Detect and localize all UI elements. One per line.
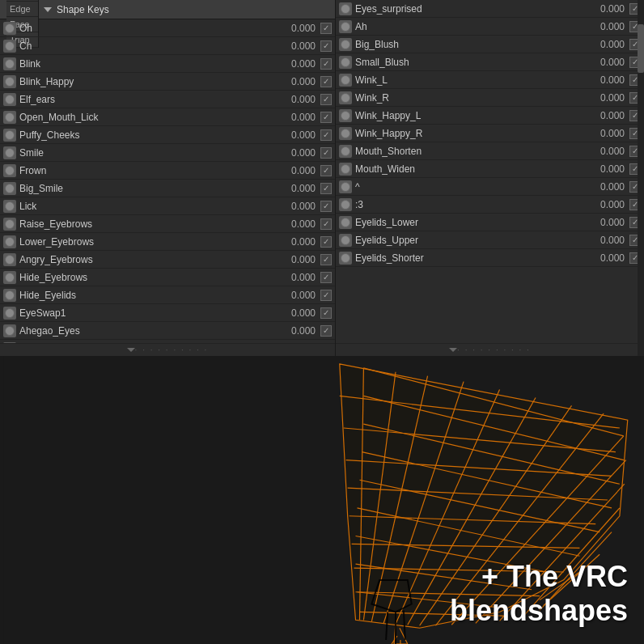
left-shape-key-row[interactable]: Ch 0.000 (0, 37, 335, 55)
key-checkbox[interactable] (320, 129, 332, 141)
left-shape-key-row[interactable]: Open_Mouth_Lick 0.000 (0, 108, 335, 126)
sidebar-label-edge[interactable]: Edge (6, 2, 38, 17)
key-value: 0.000 (275, 201, 316, 212)
key-icon (3, 342, 16, 344)
key-checkbox[interactable] (320, 76, 332, 87)
key-checkbox[interactable] (320, 94, 332, 105)
left-shape-key-row[interactable]: Angry_Eyebrows 0.000 (0, 251, 335, 269)
right-shape-key-row[interactable]: ^ 0.000 (336, 178, 644, 196)
key-checkbox[interactable] (320, 165, 332, 176)
key-checkbox[interactable] (320, 218, 332, 230)
key-checkbox[interactable] (320, 325, 332, 337)
key-checkbox[interactable] (320, 147, 332, 159)
key-name: Wink_Happy_R (355, 128, 584, 139)
left-shape-key-row[interactable]: Lick 0.000 (0, 197, 335, 215)
key-value: 0.000 (584, 110, 625, 121)
key-value: 0.000 (584, 181, 625, 193)
key-checkbox[interactable] (320, 112, 332, 123)
right-shape-key-row[interactable]: Mouth_Widen 0.000 (336, 160, 644, 178)
key-icon (339, 163, 352, 176)
key-checkbox[interactable] (320, 236, 332, 248)
right-shape-key-row[interactable]: Small_Blush 0.000 (336, 53, 644, 71)
left-shape-key-row[interactable]: Ahegao_Eyes 0.000 (0, 322, 335, 340)
key-icon (3, 271, 16, 284)
right-footer-arrow-icon[interactable] (449, 348, 457, 352)
key-icon (3, 129, 16, 142)
right-shape-key-row[interactable]: Mouth_Shorten 0.000 (336, 142, 644, 160)
left-shape-key-row[interactable]: Elf_ears 0.000 (0, 91, 335, 108)
left-shape-key-row[interactable]: Raise_Eyebrows 0.000 (0, 215, 335, 233)
key-name: Raise_Eyebrows (19, 218, 275, 230)
left-shape-key-row[interactable]: Blink 0.000 (0, 55, 335, 73)
key-value: 0.000 (584, 252, 625, 264)
key-value: 0.000 (584, 235, 625, 246)
right-shape-key-row[interactable]: Wink_Happy_R 0.000 (336, 125, 644, 142)
left-shape-key-row[interactable]: Puffy_Cheeks 0.000 (0, 126, 335, 144)
left-shape-key-row[interactable]: EyeSwap1 0.000 (0, 304, 335, 322)
key-name: :3 (355, 199, 584, 210)
key-name: ^ (355, 181, 584, 193)
key-value: 0.000 (275, 58, 316, 70)
right-shape-key-row[interactable]: Big_Blush 0.000 (336, 36, 644, 53)
left-shape-key-row[interactable]: Blink_Happy 0.000 (0, 73, 335, 91)
right-shape-key-row[interactable]: Eyelids_Upper 0.000 (336, 231, 644, 249)
key-name: EyeSwap1 (19, 307, 275, 319)
viewport-canvas[interactable]: + The VRC blendshapes (0, 356, 644, 644)
right-shape-keys-list[interactable]: Eyes_surprised 0.000 Ah 0.000 Big_Blush … (336, 0, 644, 343)
left-shape-keys-list[interactable]: Oh 0.000 Ch 0.000 Blink 0.000 Blink_Happ… (0, 19, 335, 343)
key-name: Wink_L (355, 74, 584, 86)
right-shape-key-row[interactable]: Wink_Happy_L 0.000 (336, 107, 644, 125)
key-value: 0.000 (584, 128, 625, 139)
key-checkbox[interactable] (320, 201, 332, 212)
key-value: 0.000 (275, 112, 316, 123)
left-shape-key-row[interactable]: Frown 0.000 (0, 162, 335, 180)
right-shape-key-row[interactable]: Ah 0.000 (336, 18, 644, 36)
key-value: 0.000 (584, 39, 625, 50)
left-shape-key-row[interactable]: Lower_Eyebrows 0.000 (0, 233, 335, 251)
key-name: Mouth_Widen (355, 163, 584, 175)
key-name: Eyelids_Shorter (355, 252, 584, 264)
key-name: Smile (19, 147, 275, 159)
key-name: Big_Blush (355, 39, 584, 50)
key-name: Ch (19, 40, 275, 52)
key-icon (3, 218, 16, 231)
footer-arrow-icon[interactable] (127, 348, 135, 352)
key-value: 0.000 (275, 94, 316, 105)
key-checkbox[interactable] (320, 254, 332, 265)
key-name: Lick (19, 201, 275, 212)
key-checkbox[interactable] (320, 307, 332, 319)
left-shape-key-row[interactable]: Hide_Eyebrows 0.000 (0, 269, 335, 286)
key-value: 0.000 (584, 92, 625, 104)
left-shape-key-row[interactable]: Smile 0.000 (0, 144, 335, 162)
right-shape-key-row[interactable]: Eyelids_Shorter 0.000 (336, 249, 644, 267)
right-shape-key-row[interactable]: :3 0.000 (336, 196, 644, 214)
key-name: Frown (19, 165, 275, 176)
left-shape-key-row[interactable]: Oh 0.000 (0, 19, 335, 37)
left-panel-header: Obje Vert Edge Face Trian Shape Keys (0, 0, 335, 19)
key-checkbox[interactable] (320, 40, 332, 52)
panel-collapse-icon[interactable] (44, 7, 52, 12)
key-value: 0.000 (275, 254, 316, 265)
right-shape-key-row[interactable]: Eyes_surprised 0.000 (336, 0, 644, 18)
key-value: 0.000 (584, 3, 625, 15)
key-icon (3, 75, 16, 88)
key-icon (3, 164, 16, 177)
key-name: Wink_Happy_L (355, 110, 584, 121)
left-shape-keys-panel: Obje Vert Edge Face Trian Shape Keys Oh … (0, 0, 336, 356)
right-shape-key-row[interactable]: Wink_L 0.000 (336, 71, 644, 89)
key-icon (3, 182, 16, 195)
left-shape-key-row[interactable]: Big_Smile 0.000 (0, 180, 335, 197)
right-shape-key-row[interactable]: Wink_R 0.000 (336, 89, 644, 107)
key-checkbox[interactable] (320, 272, 332, 283)
key-name: Ah (355, 21, 584, 32)
left-shape-key-row[interactable]: Hide_Eyelids 0.000 (0, 286, 335, 304)
key-value: 0.000 (275, 236, 316, 248)
key-name: Blink_Happy (19, 76, 275, 87)
right-shape-key-row[interactable]: Eyelids_Lower 0.000 (336, 214, 644, 231)
key-value: 0.000 (584, 199, 625, 210)
key-checkbox[interactable] (320, 58, 332, 70)
key-checkbox[interactable] (320, 183, 332, 194)
key-checkbox[interactable] (320, 23, 332, 34)
key-icon (3, 289, 16, 302)
key-checkbox[interactable] (320, 290, 332, 301)
